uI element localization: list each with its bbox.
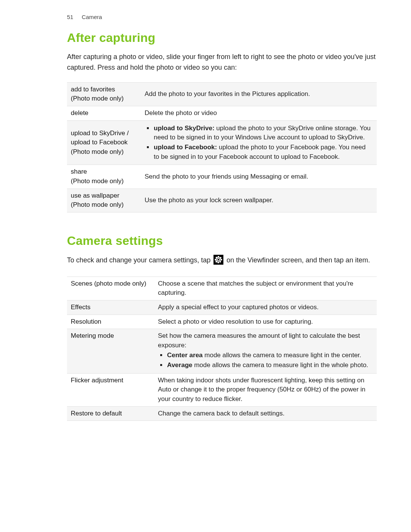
bullet-text: mode allows the camera to measure light … [192,361,368,369]
row-key: use as wallpaper (Photo mode only) [67,189,141,212]
table-row: delete Delete the photo or video [67,106,377,121]
table-row: Scenes (photo mode only) Choose a scene … [67,276,377,300]
row-key: add to favorites (Photo mode only) [67,82,141,106]
section1-intro: After capturing a photo or video, slide … [67,52,377,73]
bullet-bold: upload to Facebook: [154,144,217,151]
row-key: Metering mode [67,329,154,374]
list-item: upload to Facebook: upload the photo to … [152,143,371,161]
bullet-bold: Center area [167,351,203,359]
table-row: upload to SkyDrive / upload to Facebook … [67,120,377,165]
header-section-name: Camera [82,14,102,20]
row-desc: Apply a special effect to your captured … [154,300,377,315]
row-key: delete [67,106,141,121]
page-number: 51 [67,14,73,20]
table-row: add to favorites (Photo mode only) Add t… [67,82,377,106]
camera-settings-table: Scenes (photo mode only) Choose a scene … [67,276,377,421]
bullet-list: upload to SkyDrive: upload the photo to … [145,124,371,162]
section-title-after-capturing: After capturing [67,31,377,45]
table-row: share (Photo mode only) Send the photo t… [67,165,377,189]
list-item: Average mode allows the camera to measur… [166,361,371,370]
row-desc: Send the photo to your friends using Mes… [141,165,377,189]
bullet-bold: upload to SkyDrive: [154,125,215,132]
key-line: (Photo mode only) [71,95,124,102]
row-desc: Choose a scene that matches the subject … [154,276,377,300]
table-row: Metering mode Set how the camera measure… [67,329,377,374]
intro-text-after: on the Viewfinder screen, and then tap a… [226,256,370,264]
metering-intro: Set how the camera measures the amount o… [158,331,371,350]
intro-text-before: To check and change your camera settings… [67,256,212,264]
key-line: share [71,168,87,175]
key-line: (Photo mode only) [71,201,124,208]
key-line: (Photo mode only) [71,148,124,155]
bullet-list: Center area mode allows the camera to me… [158,351,371,370]
row-desc: Change the camera back to default settin… [154,406,377,421]
list-item: Center area mode allows the camera to me… [166,351,371,360]
key-line: add to favorites [71,86,115,93]
after-capturing-table: add to favorites (Photo mode only) Add t… [67,82,377,212]
row-key: upload to SkyDrive / upload to Facebook … [67,120,141,165]
list-item: upload to SkyDrive: upload the photo to … [152,124,371,142]
row-desc: Set how the camera measures the amount o… [154,329,377,374]
table-row: Flicker adjustment When taking indoor sh… [67,373,377,406]
table-row: Resolution Select a photo or video resol… [67,315,377,329]
section2-intro: To check and change your camera settings… [67,255,377,266]
row-key: Effects [67,300,154,315]
row-desc: When taking indoor shots under fluoresce… [154,373,377,406]
row-desc: upload to SkyDrive: upload the photo to … [141,120,377,165]
key-line: use as wallpaper [71,192,119,199]
row-key: Scenes (photo mode only) [67,276,154,300]
row-desc: Select a photo or video resolution to us… [154,315,377,329]
key-line: (Photo mode only) [71,177,124,185]
row-key: Resolution [67,315,154,329]
settings-gear-icon [213,255,223,265]
row-key: Flicker adjustment [67,373,154,406]
row-desc: Delete the photo or video [141,106,377,121]
row-desc: Use the photo as your lock screen wallpa… [141,189,377,212]
table-row: Effects Apply a special effect to your c… [67,300,377,315]
page-header: 51 Camera [67,14,377,20]
table-row: use as wallpaper (Photo mode only) Use t… [67,189,377,212]
bullet-bold: Average [167,361,192,369]
row-key: Restore to default [67,406,154,421]
manual-page: 51 Camera After capturing After capturin… [0,0,411,532]
section-title-camera-settings: Camera settings [67,234,377,248]
row-key: share (Photo mode only) [67,165,141,189]
table-row: Restore to default Change the camera bac… [67,406,377,421]
key-line: upload to SkyDrive / upload to Facebook [71,129,129,146]
row-desc: Add the photo to your favorites in the P… [141,82,377,106]
bullet-text: mode allows the camera to measure light … [203,351,362,359]
